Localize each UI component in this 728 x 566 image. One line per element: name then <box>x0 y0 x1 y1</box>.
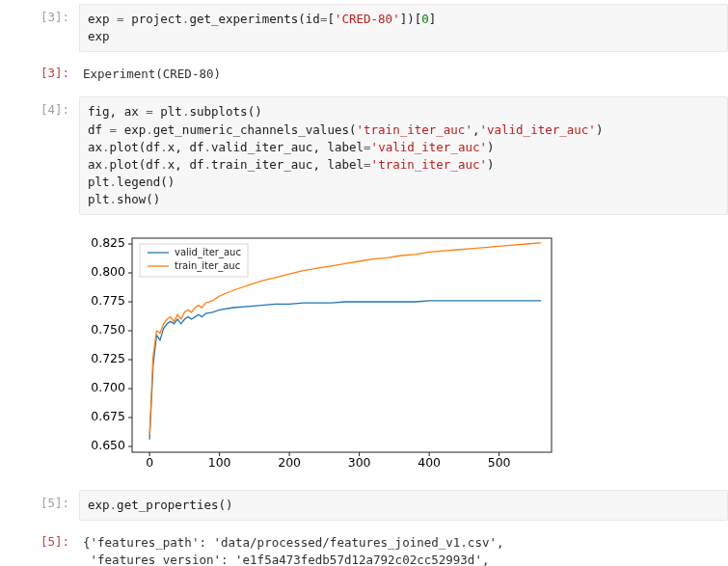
code-4: fig, ax = plt.subplots() df = exp.get_nu… <box>88 103 719 208</box>
svg-text:0.725: 0.725 <box>91 351 125 365</box>
svg-text:0.800: 0.800 <box>91 264 125 279</box>
svg-text:0.825: 0.825 <box>91 235 125 250</box>
svg-text:0.675: 0.675 <box>91 409 125 423</box>
code-input-3[interactable]: exp = project.get_experiments(id=['CRED-… <box>79 4 728 52</box>
in-prompt-4: [4]: <box>0 96 79 117</box>
svg-text:300: 300 <box>348 455 371 470</box>
svg-text:200: 200 <box>278 455 301 470</box>
out-prompt-4 <box>0 223 79 229</box>
svg-text:500: 500 <box>488 455 511 470</box>
output-cell-4: 0.6500.6750.7000.7250.7500.7750.8000.825… <box>0 219 728 486</box>
code-cell-4: [4]: fig, ax = plt.subplots() df = exp.g… <box>0 93 728 219</box>
legend-entry-train_iter_auc: train_iter_auc <box>175 260 240 272</box>
code-3: exp = project.get_experiments(id=['CRED-… <box>88 11 719 45</box>
svg-text:400: 400 <box>418 455 441 470</box>
in-prompt-3: [3]: <box>0 4 79 24</box>
output-3-text: Experiment(CRED-80) <box>83 66 728 83</box>
code-cell-5: [5]: exp.get_properties() <box>0 486 728 525</box>
output-cell-3: [3]: Experiment(CRED-80) <box>0 56 728 93</box>
code-5: exp.get_properties() <box>88 497 719 514</box>
svg-text:0.775: 0.775 <box>91 293 125 308</box>
svg-text:0: 0 <box>146 455 153 470</box>
out-prompt-3: [3]: <box>0 60 79 80</box>
svg-text:0.650: 0.650 <box>91 438 125 452</box>
output-3: Experiment(CRED-80) <box>79 60 728 89</box>
code-cell-3: [3]: exp = project.get_experiments(id=['… <box>0 0 728 56</box>
series-valid_iter_auc <box>149 301 541 440</box>
output-5-text: {'features_path': 'data/processed/featur… <box>83 534 728 566</box>
svg-text:0.700: 0.700 <box>91 380 125 394</box>
line-chart: 0.6500.6750.7000.7250.7500.7750.8000.825… <box>79 229 561 479</box>
code-input-4[interactable]: fig, ax = plt.subplots() df = exp.get_nu… <box>79 96 728 215</box>
code-input-5[interactable]: exp.get_properties() <box>79 490 728 521</box>
in-prompt-5: [5]: <box>0 490 79 510</box>
svg-text:0.750: 0.750 <box>91 322 125 337</box>
output-5: {'features_path': 'data/processed/featur… <box>79 528 728 566</box>
out-prompt-5: [5]: <box>0 528 79 549</box>
svg-text:100: 100 <box>208 455 231 470</box>
legend-entry-valid_iter_auc: valid_iter_auc <box>175 247 241 258</box>
output-cell-5: [5]: {'features_path': 'data/processed/f… <box>0 525 728 566</box>
